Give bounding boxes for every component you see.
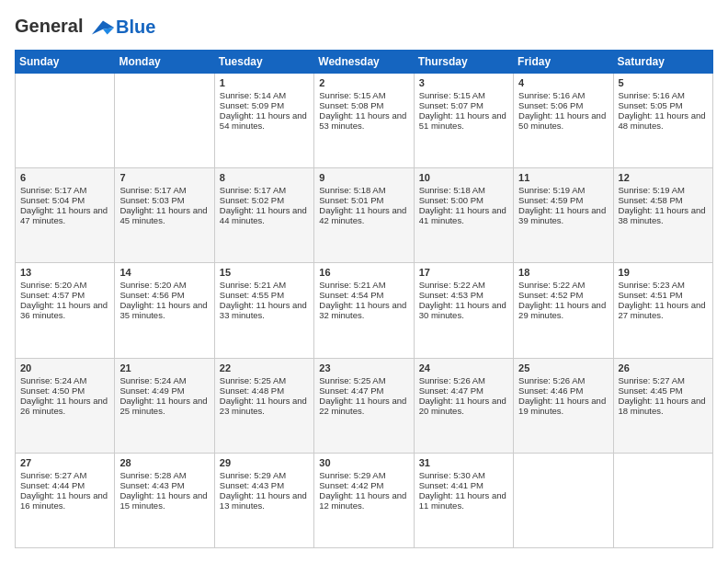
day-number: 1 bbox=[220, 77, 309, 88]
daylight-text: Daylight: 11 hours and 20 minutes. bbox=[419, 396, 508, 416]
calendar-cell: 10Sunrise: 5:18 AMSunset: 5:00 PMDayligh… bbox=[414, 168, 513, 263]
sunrise-text: Sunrise: 5:17 AM bbox=[119, 185, 209, 195]
daylight-text: Daylight: 11 hours and 44 minutes. bbox=[220, 205, 309, 225]
weekday-header-saturday: Saturday bbox=[613, 51, 712, 74]
calendar-cell bbox=[514, 453, 613, 547]
sunset-text: Sunset: 4:41 PM bbox=[419, 480, 508, 490]
calendar-cell: 6Sunrise: 5:17 AMSunset: 5:04 PMDaylight… bbox=[16, 168, 115, 263]
day-number: 7 bbox=[119, 172, 209, 183]
sunrise-text: Sunrise: 5:26 AM bbox=[419, 375, 508, 385]
daylight-text: Daylight: 11 hours and 35 minutes. bbox=[119, 300, 209, 320]
sunrise-text: Sunrise: 5:19 AM bbox=[518, 185, 608, 195]
daylight-text: Daylight: 11 hours and 12 minutes. bbox=[319, 490, 408, 511]
day-number: 28 bbox=[119, 457, 209, 468]
day-number: 11 bbox=[518, 172, 608, 183]
daylight-text: Daylight: 11 hours and 50 minutes. bbox=[518, 110, 608, 131]
sunset-text: Sunset: 4:57 PM bbox=[20, 290, 109, 300]
sunset-text: Sunset: 5:04 PM bbox=[20, 195, 109, 205]
sunset-text: Sunset: 4:53 PM bbox=[419, 290, 508, 300]
header: General Blue bbox=[15, 15, 713, 40]
daylight-text: Daylight: 11 hours and 53 minutes. bbox=[319, 110, 408, 131]
day-number: 6 bbox=[20, 172, 109, 183]
sunrise-text: Sunrise: 5:22 AM bbox=[419, 280, 508, 290]
daylight-text: Daylight: 11 hours and 47 minutes. bbox=[20, 205, 109, 225]
calendar-cell: 1Sunrise: 5:14 AMSunset: 5:09 PMDaylight… bbox=[214, 74, 313, 168]
daylight-text: Daylight: 11 hours and 32 minutes. bbox=[319, 300, 408, 320]
day-number: 30 bbox=[319, 457, 408, 468]
day-number: 29 bbox=[220, 457, 309, 468]
calendar-cell: 24Sunrise: 5:26 AMSunset: 4:47 PMDayligh… bbox=[414, 358, 513, 453]
calendar-cell bbox=[613, 453, 712, 547]
daylight-text: Daylight: 11 hours and 39 minutes. bbox=[518, 205, 608, 225]
daylight-text: Daylight: 11 hours and 38 minutes. bbox=[619, 205, 708, 225]
day-number: 18 bbox=[518, 267, 608, 278]
sunrise-text: Sunrise: 5:24 AM bbox=[20, 375, 109, 385]
calendar-cell: 9Sunrise: 5:18 AMSunset: 5:01 PMDaylight… bbox=[314, 168, 414, 263]
sunset-text: Sunset: 4:43 PM bbox=[119, 480, 209, 490]
day-number: 10 bbox=[419, 172, 508, 183]
day-number: 15 bbox=[220, 267, 309, 278]
sunrise-text: Sunrise: 5:15 AM bbox=[419, 90, 508, 100]
day-number: 4 bbox=[518, 77, 608, 88]
daylight-text: Daylight: 11 hours and 29 minutes. bbox=[518, 300, 608, 320]
calendar-week-row: 1Sunrise: 5:14 AMSunset: 5:09 PMDaylight… bbox=[16, 74, 713, 168]
calendar-cell: 8Sunrise: 5:17 AMSunset: 5:02 PMDaylight… bbox=[214, 168, 313, 263]
day-number: 13 bbox=[20, 267, 109, 278]
daylight-text: Daylight: 11 hours and 16 minutes. bbox=[20, 490, 109, 511]
calendar-cell: 30Sunrise: 5:29 AMSunset: 4:42 PMDayligh… bbox=[314, 453, 414, 547]
sunset-text: Sunset: 5:01 PM bbox=[319, 195, 408, 205]
calendar-header-row: SundayMondayTuesdayWednesdayThursdayFrid… bbox=[16, 51, 713, 74]
sunset-text: Sunset: 5:09 PM bbox=[220, 100, 309, 110]
calendar-cell: 2Sunrise: 5:15 AMSunset: 5:08 PMDaylight… bbox=[314, 74, 414, 168]
daylight-text: Daylight: 11 hours and 26 minutes. bbox=[20, 396, 109, 416]
calendar-cell: 31Sunrise: 5:30 AMSunset: 4:41 PMDayligh… bbox=[414, 453, 513, 547]
sunset-text: Sunset: 4:47 PM bbox=[419, 385, 508, 396]
calendar-week-row: 27Sunrise: 5:27 AMSunset: 4:44 PMDayligh… bbox=[16, 453, 713, 547]
sunrise-text: Sunrise: 5:22 AM bbox=[518, 280, 608, 290]
sunset-text: Sunset: 4:56 PM bbox=[119, 290, 209, 300]
calendar-week-row: 13Sunrise: 5:20 AMSunset: 4:57 PMDayligh… bbox=[16, 263, 713, 358]
daylight-text: Daylight: 11 hours and 51 minutes. bbox=[419, 110, 508, 131]
sunset-text: Sunset: 4:55 PM bbox=[220, 290, 309, 300]
sunset-text: Sunset: 5:08 PM bbox=[319, 100, 408, 110]
sunset-text: Sunset: 4:51 PM bbox=[619, 290, 708, 300]
sunset-text: Sunset: 4:46 PM bbox=[518, 385, 608, 396]
sunrise-text: Sunrise: 5:29 AM bbox=[319, 470, 408, 480]
daylight-text: Daylight: 11 hours and 27 minutes. bbox=[619, 300, 708, 320]
daylight-text: Daylight: 11 hours and 36 minutes. bbox=[20, 300, 109, 320]
calendar-cell: 18Sunrise: 5:22 AMSunset: 4:52 PMDayligh… bbox=[514, 263, 613, 358]
calendar-cell: 5Sunrise: 5:16 AMSunset: 5:05 PMDaylight… bbox=[613, 74, 712, 168]
sunset-text: Sunset: 4:48 PM bbox=[220, 385, 309, 396]
day-number: 26 bbox=[619, 362, 708, 373]
calendar-cell bbox=[16, 74, 115, 168]
sunrise-text: Sunrise: 5:18 AM bbox=[419, 185, 508, 195]
sunset-text: Sunset: 5:03 PM bbox=[119, 195, 209, 205]
day-number: 24 bbox=[419, 362, 508, 373]
sunrise-text: Sunrise: 5:17 AM bbox=[220, 185, 309, 195]
day-number: 27 bbox=[20, 457, 109, 468]
sunset-text: Sunset: 4:50 PM bbox=[20, 385, 109, 396]
weekday-header-thursday: Thursday bbox=[414, 51, 513, 74]
calendar-table: SundayMondayTuesdayWednesdayThursdayFrid… bbox=[15, 50, 713, 548]
daylight-text: Daylight: 11 hours and 11 minutes. bbox=[419, 490, 508, 511]
page: General Blue SundayMondayTuesdayWednesda… bbox=[0, 0, 728, 563]
sunrise-text: Sunrise: 5:21 AM bbox=[319, 280, 408, 290]
sunset-text: Sunset: 4:44 PM bbox=[20, 480, 109, 490]
calendar-cell bbox=[115, 74, 214, 168]
calendar-cell: 26Sunrise: 5:27 AMSunset: 4:45 PMDayligh… bbox=[613, 358, 712, 453]
calendar-cell: 23Sunrise: 5:25 AMSunset: 4:47 PMDayligh… bbox=[314, 358, 414, 453]
calendar-cell: 28Sunrise: 5:28 AMSunset: 4:43 PMDayligh… bbox=[115, 453, 214, 547]
day-number: 5 bbox=[619, 77, 708, 88]
daylight-text: Daylight: 11 hours and 13 minutes. bbox=[220, 490, 309, 511]
sunrise-text: Sunrise: 5:20 AM bbox=[119, 280, 209, 290]
sunset-text: Sunset: 5:05 PM bbox=[619, 100, 708, 110]
daylight-text: Daylight: 11 hours and 15 minutes. bbox=[119, 490, 209, 511]
sunrise-text: Sunrise: 5:16 AM bbox=[619, 90, 708, 100]
sunset-text: Sunset: 4:59 PM bbox=[518, 195, 608, 205]
sunset-text: Sunset: 4:47 PM bbox=[319, 385, 408, 396]
sunset-text: Sunset: 4:58 PM bbox=[619, 195, 708, 205]
day-number: 31 bbox=[419, 457, 508, 468]
sunrise-text: Sunrise: 5:25 AM bbox=[220, 375, 309, 385]
daylight-text: Daylight: 11 hours and 19 minutes. bbox=[518, 396, 608, 416]
calendar-week-row: 20Sunrise: 5:24 AMSunset: 4:50 PMDayligh… bbox=[16, 358, 713, 453]
